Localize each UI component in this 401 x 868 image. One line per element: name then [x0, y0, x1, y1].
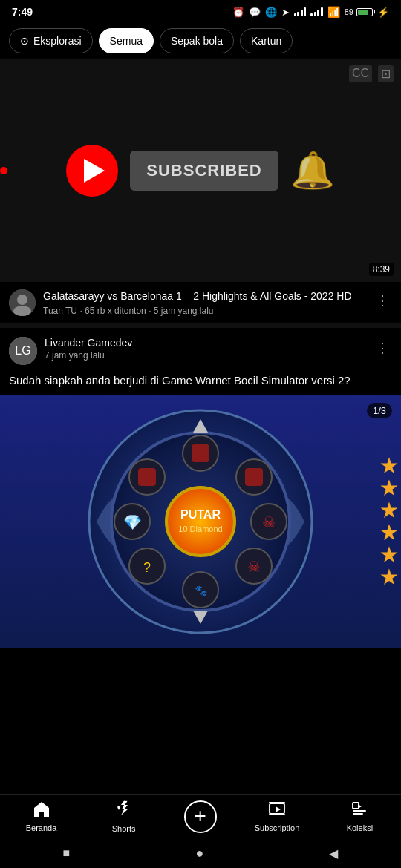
svg-text:?: ? — [143, 560, 151, 575]
svg-text:☠: ☠ — [262, 514, 276, 530]
svg-text:LG: LG — [15, 344, 30, 357]
signal-bars — [294, 7, 307, 16]
video-overlay-icons: CC ⊡ — [349, 65, 394, 82]
bottom-nav: Beranda Shorts + Subscription — [0, 794, 401, 838]
post-header: LG Livander Gamedev 7 jam yang lalu ⋮ — [0, 328, 401, 369]
android-home-button[interactable]: ● — [195, 846, 203, 861]
add-icon: + — [195, 806, 206, 826]
battery-icon: 89 — [345, 7, 373, 16]
android-nav-bar: ■ ● ◀ — [0, 838, 401, 868]
alarm-icon: ⏰ — [232, 7, 244, 18]
star-1 — [380, 457, 398, 475]
star-6 — [380, 568, 398, 586]
status-bar: 7:49 ⏰ 💬 🌐 ➤ 📶 89 — [0, 0, 401, 22]
video-title: Galatasarayy vs Barcelonaa 1 – 2 Highlig… — [43, 289, 365, 303]
svg-text:💎: 💎 — [123, 513, 142, 531]
svg-rect-32 — [353, 803, 359, 809]
explore-icon: ⊙ — [20, 35, 29, 47]
globe-icon: 🌐 — [265, 7, 277, 18]
post-author-name: Livander Gamedev — [45, 337, 365, 349]
svg-point-23 — [166, 487, 235, 556]
subscribe-overlay: SUBSCRIBED 🔔 — [66, 145, 334, 197]
android-back-button[interactable]: ◀ — [329, 846, 338, 861]
home-icon — [33, 800, 50, 821]
subscription-icon — [268, 800, 286, 821]
svg-marker-31 — [276, 806, 281, 812]
koleksi-icon — [351, 800, 368, 821]
side-strip — [380, 395, 401, 648]
lte-signal — [310, 7, 323, 16]
post-text: Sudah siapkah anda berjudi di Game Warne… — [0, 369, 401, 395]
status-icons: ⏰ 💬 🌐 ➤ 📶 89 ⚡ — [232, 6, 389, 18]
star-3 — [380, 502, 398, 519]
cc-icon: CC — [349, 65, 372, 82]
svg-text:10 Diamond: 10 Diamond — [178, 525, 222, 533]
charging-icon: ⚡ — [377, 7, 389, 18]
svg-rect-35 — [353, 813, 363, 815]
carousel-counter: 1/3 — [367, 403, 392, 418]
video-info: Galatasarayy vs Barcelonaa 1 – 2 Highlig… — [0, 282, 401, 323]
svg-rect-34 — [353, 810, 366, 812]
post-author-info: Livander Gamedev 7 jam yang lalu — [45, 337, 365, 361]
status-time: 7:49 — [12, 6, 33, 18]
nav-subscription-label: Subscription — [255, 823, 300, 832]
svg-rect-8 — [192, 444, 209, 462]
svg-rect-10 — [245, 468, 263, 486]
post-time: 7 jam yang lalu — [45, 350, 365, 361]
star-4 — [380, 524, 398, 542]
miniplayer-icon: ⊡ — [378, 65, 394, 82]
nav-koleksi-label: Koleksi — [347, 823, 373, 832]
filter-tabs: ⊙ Eksplorasi Semua Sepak bola Kartun — [0, 22, 401, 59]
wifi-icon: 📶 — [327, 6, 340, 18]
nav-add-button[interactable]: + — [184, 800, 217, 833]
svg-rect-22 — [138, 468, 156, 486]
svg-rect-30 — [269, 814, 285, 815]
post-more-button[interactable]: ⋮ — [373, 337, 392, 359]
video-more-button[interactable]: ⋮ — [373, 289, 392, 312]
tab-sepak-bola[interactable]: Sepak bola — [160, 28, 234, 53]
post-avatar: LG — [9, 337, 37, 365]
spin-wheel: ☠ ☠ 🐾 ? 💎 PUTAR 10 Diamond — [0, 395, 401, 648]
subscribed-label: SUBSCRIBED — [130, 151, 278, 191]
tab-kartun[interactable]: Kartun — [240, 28, 293, 53]
svg-rect-29 — [269, 802, 285, 803]
bell-icon: 🔔 — [290, 150, 335, 191]
nav-beranda[interactable]: Beranda — [19, 800, 64, 832]
video-duration: 8:39 — [369, 263, 394, 276]
post-image[interactable]: 1/3 ☠ ☠ — [0, 395, 401, 648]
svg-text:☠: ☠ — [247, 559, 261, 575]
shorts-icon — [116, 800, 132, 822]
android-recents-button[interactable]: ■ — [63, 846, 71, 860]
svg-marker-33 — [358, 804, 362, 809]
svg-text:🐾: 🐾 — [195, 585, 208, 597]
message-icon: 💬 — [249, 7, 261, 18]
tab-eksplorasi[interactable]: ⊙ Eksplorasi — [9, 28, 93, 53]
video-thumbnail[interactable]: CC ⊡ SUBSCRIBED 🔔 8:39 — [0, 59, 401, 282]
svg-text:PUTAR: PUTAR — [180, 508, 221, 521]
video-progress-dot — [0, 167, 7, 174]
video-meta: Galatasarayy vs Barcelonaa 1 – 2 Highlig… — [43, 289, 365, 316]
nav-beranda-label: Beranda — [26, 823, 57, 832]
nav-shorts-label: Shorts — [112, 824, 136, 833]
tab-semua[interactable]: Semua — [99, 28, 154, 53]
star-5 — [380, 546, 398, 564]
nav-shorts[interactable]: Shorts — [102, 800, 146, 833]
nav-koleksi[interactable]: Koleksi — [337, 800, 382, 832]
send-icon: ➤ — [281, 7, 290, 18]
channel-avatar — [9, 289, 36, 316]
star-2 — [380, 479, 398, 497]
svg-point-1 — [17, 295, 27, 305]
nav-subscription[interactable]: Subscription — [255, 800, 300, 832]
yt-play-button — [66, 145, 118, 197]
video-sub-info: Tuan TU · 65 rb x ditonton · 5 jam yang … — [43, 306, 365, 316]
